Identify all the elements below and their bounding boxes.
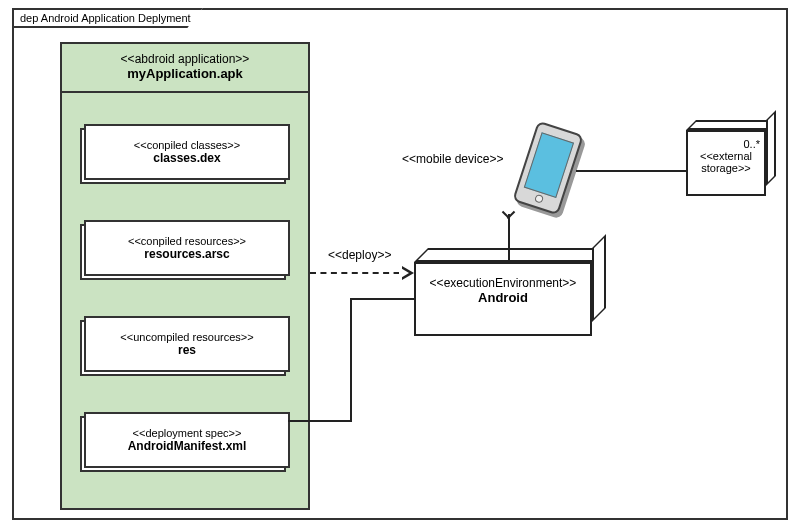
apk-name: myApplication.apk: [62, 66, 308, 81]
android-stereotype: <<executionEnvironment>>: [424, 276, 582, 290]
mobile-device-icon: [524, 126, 572, 210]
artifact-stereotype: <<conpiled resources>>: [128, 235, 246, 247]
artifact-name: resources.arsc: [144, 247, 229, 261]
artifact-res: <<uncompiled resources>> res: [84, 316, 290, 372]
frame-title: dep Android Application Deplyment: [12, 8, 203, 28]
artifact-name: AndroidManifest.xml: [128, 439, 247, 453]
artifact-stereotype: <<conpiled classes>>: [134, 139, 240, 151]
deploy-label: <<deploy>>: [328, 248, 391, 262]
artifact-classes-dex: <<conpiled classes>> classes.dex: [84, 124, 290, 180]
deploy-edge: [310, 272, 410, 274]
android-phone-arrowhead: [501, 206, 515, 216]
storage-multiplicity: 0..*: [692, 138, 760, 150]
artifact-name: res: [178, 343, 196, 357]
artifact-android-manifest: <<deployment spec>> AndroidManifest.xml: [84, 412, 290, 468]
phone-storage-link: [576, 170, 686, 172]
mobile-device-label: <<mobile device>>: [402, 152, 503, 166]
apk-stereotype: <<abdroid application>>: [62, 52, 308, 66]
artifact-stereotype: <<uncompiled resources>>: [120, 331, 253, 343]
artifact-stereotype: <<deployment spec>>: [133, 427, 242, 439]
apk-header: <<abdroid application>> myApplication.ap…: [62, 44, 308, 93]
storage-stereotype: <<external storage>>: [692, 150, 760, 174]
manifest-link-v: [350, 298, 352, 422]
artifact-resources-arsc: <<conpiled resources>> resources.arsc: [84, 220, 290, 276]
android-phone-link: [508, 214, 510, 262]
apk-package: <<abdroid application>> myApplication.ap…: [60, 42, 310, 510]
manifest-link-h2: [350, 298, 414, 300]
android-name: Android: [424, 290, 582, 305]
manifest-link-h1: [288, 420, 352, 422]
diagram-frame: dep Android Application Deplyment <<abdr…: [12, 8, 788, 520]
deploy-arrowhead-mask: [399, 267, 409, 279]
artifact-name: classes.dex: [153, 151, 220, 165]
